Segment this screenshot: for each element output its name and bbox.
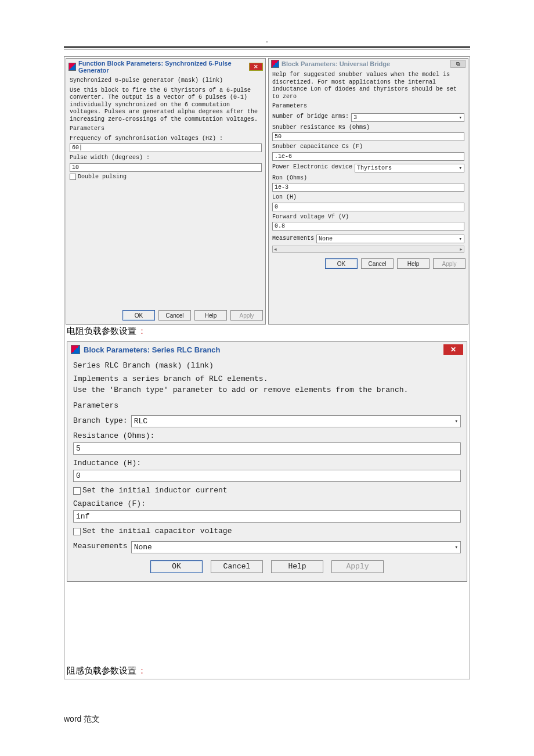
checkbox-icon xyxy=(73,528,81,535)
close-icon[interactable]: ✕ xyxy=(443,344,463,355)
set-inductor-label: Set the initial inductor current xyxy=(82,485,228,496)
dialog-rlc: Block Parameters: Series RLC Branch ✕ Se… xyxy=(67,341,467,582)
chevron-down-icon: ▾ xyxy=(455,418,458,424)
parameters-label: Parameters xyxy=(70,125,262,133)
dialog-6pulse-desc: Use this block to fire the 6 thyristors … xyxy=(70,87,262,124)
ok-button[interactable]: OK xyxy=(150,560,203,573)
dialog-6pulse-title: Function Block Parameters: Synchronized … xyxy=(78,60,249,74)
cancel-button[interactable]: Cancel xyxy=(211,560,263,573)
checkbox-icon xyxy=(73,487,81,495)
simulink-icon xyxy=(271,60,279,68)
cancel-button[interactable]: Cancel xyxy=(361,258,394,269)
vf-input[interactable]: 0.8 xyxy=(272,222,464,231)
ok-button[interactable]: OK xyxy=(122,310,155,321)
set-capacitor-label: Set the initial capacitor voltage xyxy=(82,526,232,537)
vf-label: Forward voltage Vf (V) xyxy=(272,214,464,221)
ron-label: Ron (Ohms) xyxy=(272,175,464,182)
bridgearms-value: 3 xyxy=(353,114,357,121)
dialog-ub-desc: Help for suggested snubber values when t… xyxy=(272,71,464,100)
content-frame: Function Block Parameters: Synchronized … xyxy=(64,56,470,679)
simulink-icon xyxy=(71,345,80,354)
chevron-down-icon: ▾ xyxy=(455,544,458,550)
dialog-rlc-title: Block Parameters: Series RLC Branch xyxy=(84,345,221,354)
pw-input[interactable]: 10 xyxy=(70,163,262,172)
freq-input[interactable]: 60| xyxy=(70,143,262,152)
apply-button[interactable]: Apply xyxy=(331,560,384,573)
ped-value: Thyristors xyxy=(357,165,392,171)
parameters-label: Parameters xyxy=(73,401,461,412)
bridgearms-label: Number of bridge arms: xyxy=(272,113,349,121)
c-label: Capacitance (F): xyxy=(73,499,461,510)
meas-select[interactable]: None ▾ xyxy=(316,235,464,243)
set-inductor-checkbox[interactable]: Set the initial inductor current xyxy=(73,485,461,496)
apply-button[interactable]: Apply xyxy=(230,310,263,321)
branchtype-value: RLC xyxy=(134,417,147,426)
rs-input[interactable]: 50 xyxy=(272,132,464,141)
dialog-6pulse: Function Block Parameters: Synchronized … xyxy=(66,58,266,325)
page-footer: word 范文 xyxy=(64,714,470,725)
dialog-6pulse-titlebar[interactable]: Function Block Parameters: Synchronized … xyxy=(66,59,265,75)
meas-value: None xyxy=(134,543,152,552)
l-label: Inductance (H): xyxy=(73,458,461,469)
chevron-down-icon: ▾ xyxy=(459,165,462,171)
r-label: Resistance (Ohms): xyxy=(73,431,461,442)
branchtype-label: Branch type: xyxy=(73,416,128,427)
apply-button[interactable]: Apply xyxy=(433,258,466,269)
double-pulsing-label: Double pulsing xyxy=(78,174,127,181)
close-icon[interactable]: ✕ xyxy=(249,63,263,71)
lon-label: Lon (H) xyxy=(272,194,464,201)
dialog-rlc-desc: Implements a series branch of RLC elemen… xyxy=(73,374,461,396)
bridgearms-select[interactable]: 3 ▾ xyxy=(351,113,464,122)
header-dot: . xyxy=(64,35,470,44)
checkbox-icon xyxy=(70,174,76,180)
l-input[interactable]: 0 xyxy=(73,470,461,482)
meas-label: Measurements xyxy=(73,541,128,552)
dialog-rlc-titlebar[interactable]: Block Parameters: Series RLC Branch ✕ xyxy=(67,342,467,357)
dialog-6pulse-heading: Synchronized 6-pulse generator (mask) (l… xyxy=(70,77,262,85)
parameters-label: Parameters xyxy=(272,103,464,110)
ped-select[interactable]: Thyristors ▾ xyxy=(355,164,464,172)
chevron-down-icon: ▾ xyxy=(459,114,462,121)
lon-input[interactable]: 0 xyxy=(272,203,464,211)
double-pulsing-checkbox[interactable]: Double pulsing xyxy=(70,174,262,181)
cancel-button[interactable]: Cancel xyxy=(158,310,191,321)
help-button[interactable]: Help xyxy=(194,310,227,321)
caption-rl-load: 阻感负载参数设置： xyxy=(67,665,467,676)
ron-input[interactable]: 1e-3 xyxy=(272,183,464,192)
help-button[interactable]: Help xyxy=(397,258,430,269)
ped-label: Power Electronic device xyxy=(272,164,352,171)
close-icon[interactable]: ⧉ xyxy=(450,60,466,68)
header-rule-2 xyxy=(64,49,470,49)
dialog-ub-titlebar[interactable]: Block Parameters: Universal Bridge ⧉ xyxy=(269,59,468,69)
c-input[interactable]: inf xyxy=(73,510,461,523)
rs-label: Snubber resistance Rs (Ohms) xyxy=(272,124,464,132)
caption-resistive-load: 电阻负载参数设置： xyxy=(67,326,467,337)
freq-label: Frequency of synchronisation voltages (H… xyxy=(70,135,262,143)
meas-select[interactable]: None ▾ xyxy=(131,541,461,553)
help-button[interactable]: Help xyxy=(271,560,323,573)
meas-label: Measurements xyxy=(272,235,314,243)
dialog-rlc-heading: Series RLC Branch (mask) (link) xyxy=(73,361,461,372)
branchtype-select[interactable]: RLC ▾ xyxy=(131,415,461,427)
h-scrollbar[interactable]: ◂▸ xyxy=(272,246,464,253)
cs-input[interactable]: .1e-6 xyxy=(272,152,464,161)
dialog-ub-title: Block Parameters: Universal Bridge xyxy=(282,60,390,67)
r-input[interactable]: 5 xyxy=(73,442,461,455)
cs-label: Snubber capacitance Cs (F) xyxy=(272,143,464,151)
set-capacitor-checkbox[interactable]: Set the initial capacitor voltage xyxy=(73,526,461,537)
simulink-icon xyxy=(68,63,76,71)
chevron-down-icon: ▾ xyxy=(459,236,462,242)
dialog-universal-bridge: Block Parameters: Universal Bridge ⧉ Hel… xyxy=(268,58,468,325)
pw-label: Pulse width (degrees) : xyxy=(70,154,262,162)
ok-button[interactable]: OK xyxy=(325,258,358,269)
meas-value: None xyxy=(319,236,333,242)
